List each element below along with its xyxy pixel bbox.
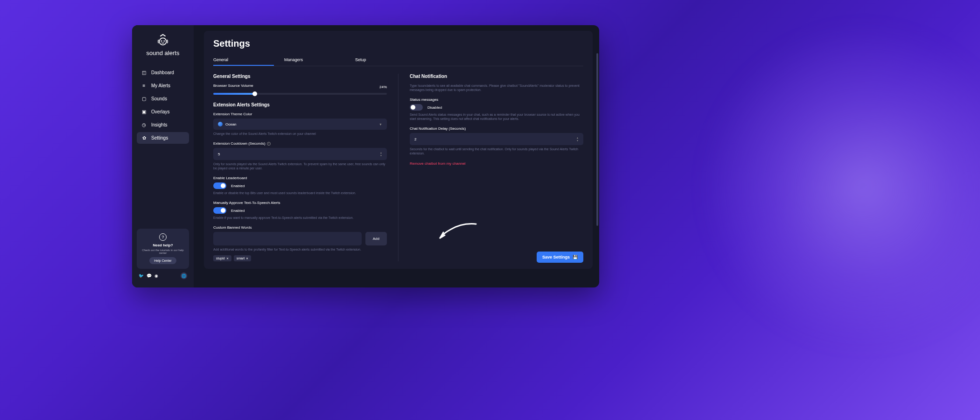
delay-stepper[interactable]: 2 ▲▼ xyxy=(410,133,583,145)
banned-word-input[interactable] xyxy=(213,232,362,245)
status-desc: Send Sound Alerts status messages in you… xyxy=(410,112,583,121)
sidebar-item-insights[interactable]: ◷Insights xyxy=(137,119,189,131)
cooldown-stepper[interactable]: 5 ▲▼ xyxy=(213,148,387,160)
sounds-icon: ▢ xyxy=(141,96,147,101)
page-title: Settings xyxy=(213,38,583,49)
remove-chatbot-link[interactable]: Remove chatbot from my channel xyxy=(410,161,583,166)
general-section-title: General Settings xyxy=(213,74,387,79)
volume-value: 24% xyxy=(379,85,387,89)
status-label: Status messages xyxy=(410,98,583,102)
leaderboard-label: Enable Leaderboard xyxy=(213,176,387,180)
extension-section-title: Extension Alerts Settings xyxy=(213,102,387,107)
sidebar-item-overlays[interactable]: ▣Overlays xyxy=(137,106,189,118)
alerts-icon: ≡ xyxy=(141,83,147,88)
app-name: sound alerts xyxy=(147,49,180,56)
help-title: Need help? xyxy=(153,243,173,247)
help-icon: ? xyxy=(159,233,167,241)
sidebar-item-settings[interactable]: ✿Settings xyxy=(137,132,189,144)
cooldown-label: Extension Cooldown (Seconds)? xyxy=(213,141,387,146)
language-selector[interactable]: 🌐 xyxy=(181,273,187,279)
twitter-icon[interactable]: 🐦 xyxy=(139,273,143,278)
volume-label: Browser Source Volume xyxy=(213,84,253,88)
social-links: 🐦 💬 ◉ 🌐 xyxy=(137,269,189,279)
color-swatch-icon xyxy=(218,122,223,126)
help-center-button[interactable]: Help Center xyxy=(149,257,176,264)
instagram-icon[interactable]: ◉ xyxy=(154,273,159,278)
stepper-down-icon[interactable]: ▼ xyxy=(380,154,382,157)
save-settings-button[interactable]: Save Settings💾 xyxy=(537,252,583,263)
banned-label: Custom Banned Words xyxy=(213,225,387,230)
sound-alerts-icon xyxy=(156,34,170,48)
chat-intro: Type !soundalerts to see all available c… xyxy=(410,84,583,92)
tab-managers[interactable]: Managers xyxy=(284,55,345,66)
theme-desc: Change the color of the Sound Alerts Twi… xyxy=(213,132,387,136)
leaderboard-desc: Enable or disable the top Bits user and … xyxy=(213,191,387,195)
banned-chip: smart✕ xyxy=(234,255,252,261)
scrollbar[interactable] xyxy=(596,53,598,226)
banned-desc: Add additional words to the profanity fi… xyxy=(213,247,387,252)
sidebar-item-sounds[interactable]: ▢Sounds xyxy=(137,93,189,105)
leaderboard-toggle[interactable] xyxy=(213,182,226,189)
chat-section-title: Chat Notification xyxy=(410,74,583,79)
tab-general[interactable]: General xyxy=(213,55,274,66)
main-content: Settings General Managers Setup General … xyxy=(194,25,599,287)
help-text: Check out the tutorials in our help cent… xyxy=(140,249,185,254)
save-icon: 💾 xyxy=(573,255,578,259)
right-column: Chat Notification Type !soundalerts to s… xyxy=(410,74,583,261)
chip-remove-icon[interactable]: ✕ xyxy=(246,257,248,260)
tts-approve-toggle[interactable] xyxy=(213,207,226,214)
column-divider xyxy=(398,74,399,261)
delay-label: Chat Notification Delay (Seconds) xyxy=(410,126,583,131)
tts-state: Enabled xyxy=(231,209,245,213)
help-tooltip-icon[interactable]: ? xyxy=(267,142,271,146)
svg-point-1 xyxy=(161,41,162,42)
theme-label: Extension Theme Color xyxy=(213,112,387,116)
leaderboard-state: Enabled xyxy=(231,184,245,188)
svg-point-0 xyxy=(160,38,167,45)
app-window: sound alerts ◫Dashboard ≡My Alerts ▢Soun… xyxy=(132,25,599,287)
sidebar: sound alerts ◫Dashboard ≡My Alerts ▢Soun… xyxy=(132,25,194,287)
chip-remove-icon[interactable]: ✕ xyxy=(226,257,229,260)
dashboard-icon: ◫ xyxy=(141,70,147,75)
sidebar-item-my-alerts[interactable]: ≡My Alerts xyxy=(137,80,189,91)
discord-icon[interactable]: 💬 xyxy=(147,273,151,278)
theme-select[interactable]: Ocean ▼ xyxy=(213,119,387,130)
tts-desc: Enable if you want to manually approve T… xyxy=(213,216,387,220)
status-state: Disabled xyxy=(427,105,442,110)
settings-icon: ✿ xyxy=(141,135,147,140)
sidebar-item-dashboard[interactable]: ◫Dashboard xyxy=(137,67,189,78)
left-column: General Settings Browser Source Volume 2… xyxy=(213,74,387,261)
chevron-down-icon: ▼ xyxy=(379,123,382,126)
stepper-down-icon[interactable]: ▼ xyxy=(576,139,579,142)
tab-setup[interactable]: Setup xyxy=(355,55,416,66)
app-logo: sound alerts xyxy=(137,34,189,56)
help-card: ? Need help? Check out the tutorials in … xyxy=(137,229,189,269)
svg-point-2 xyxy=(163,41,165,42)
volume-slider[interactable] xyxy=(213,93,387,95)
overlays-icon: ▣ xyxy=(141,109,147,114)
cooldown-desc: Only for sounds played via the Sound Ale… xyxy=(213,162,387,170)
insights-icon: ◷ xyxy=(141,122,147,127)
tabs: General Managers Setup xyxy=(213,55,583,66)
slider-thumb[interactable] xyxy=(252,91,257,96)
add-button[interactable]: Add xyxy=(365,232,387,245)
tts-label: Manually Approve Text-To-Speech Alerts xyxy=(213,201,387,205)
banned-chip: stupid✕ xyxy=(213,255,231,261)
delay-desc: Seconds for the chatbot to wait until se… xyxy=(410,147,583,155)
status-messages-toggle[interactable] xyxy=(410,104,423,111)
